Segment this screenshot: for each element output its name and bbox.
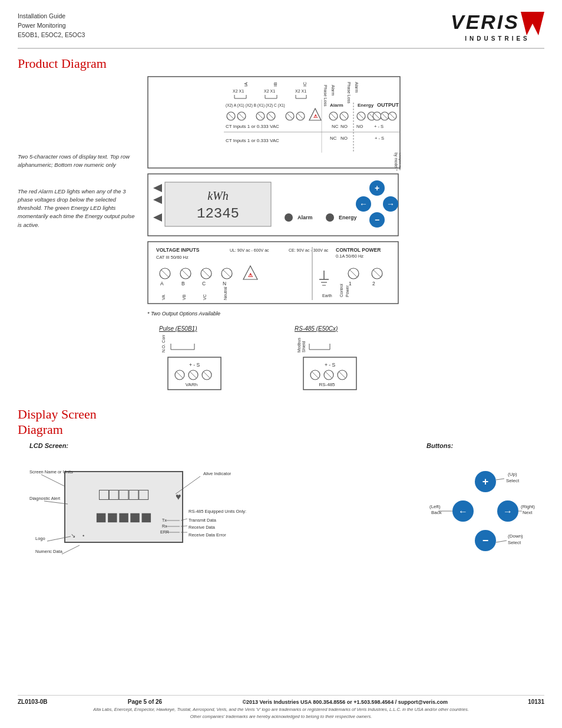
svg-text:Energy: Energy xyxy=(339,215,357,220)
svg-text:□□□□□: □□□□□ xyxy=(99,486,148,505)
svg-text:Numeric Data: Numeric Data xyxy=(35,549,63,554)
footer-part: ZL0103-0B xyxy=(18,699,48,705)
header-line2: Power Monitoring xyxy=(18,21,85,31)
svg-text:Alive Indicator: Alive Indicator xyxy=(203,471,232,476)
svg-text:N.O. Contact: N.O. Contact xyxy=(161,335,166,353)
svg-text:Select: Select xyxy=(506,478,520,483)
svg-line-185 xyxy=(496,479,504,480)
svg-text:Back: Back xyxy=(431,510,442,515)
svg-text:Alarm: Alarm xyxy=(355,82,359,93)
svg-text:VB: VB xyxy=(182,294,186,300)
svg-text:+ - S: + - S xyxy=(374,124,384,129)
svg-text:IB: IB xyxy=(273,82,278,87)
svg-text:VOLTAGE INPUTS: VOLTAGE INPUTS xyxy=(156,247,200,253)
svg-line-164 xyxy=(41,475,65,486)
svg-text:Phase Loss: Phase Loss xyxy=(347,82,351,104)
svg-text:+: + xyxy=(482,476,489,487)
svg-text:⚠: ⚠ xyxy=(248,272,253,278)
svg-text:NO: NO xyxy=(340,124,348,129)
svg-text:IA: IA xyxy=(243,82,249,87)
svg-line-200 xyxy=(496,541,507,542)
diagram-left-labels: Two 5-character rows of display text. To… xyxy=(18,76,135,395)
display-panel-container: kWh 12345 Alarm Energy + ← xyxy=(147,173,401,238)
lcd-diagram-svg: □□□□□ ♥ ■■■■■ Tx Rx ERR xyxy=(29,454,265,572)
header-line3: E5OB1, E5OC2, E5OC3 xyxy=(18,31,85,40)
rs485-svg: Modbus Shield + - S xyxy=(295,335,365,394)
svg-text:+ - S: + - S xyxy=(375,136,384,141)
voltage-section-svg: VOLTAGE INPUTS CAT III 50/60 Hz UL: 90V … xyxy=(147,241,401,306)
svg-text:Rx: Rx xyxy=(162,524,167,528)
veris-logo: VERIS INDUSTRIES xyxy=(451,12,544,42)
svg-text:NO: NO xyxy=(340,136,348,141)
svg-text:Earth: Earth xyxy=(322,294,332,298)
svg-line-170 xyxy=(62,545,80,554)
industries-text: INDUSTRIES xyxy=(465,35,530,42)
display-screen-section: Display Screen Diagram LCD Screen: □□□□□ xyxy=(18,407,544,573)
svg-text:2: 2 xyxy=(372,281,375,286)
svg-text:−: − xyxy=(375,215,379,225)
lcd-area: LCD Screen: □□□□□ ♥ ■■■■■ xyxy=(29,442,415,573)
display-panel-svg: kWh 12345 Alarm Energy + ← xyxy=(147,173,401,238)
buttons-diagram: + (Up) Select ← (Left) Back xyxy=(427,461,544,568)
svg-text:12345: 12345 xyxy=(197,206,239,222)
svg-text:Phase Loss: Phase Loss xyxy=(323,85,328,107)
svg-text:CT Inputs  1 or 0.333 VAC: CT Inputs 1 or 0.333 VAC xyxy=(226,138,279,143)
pulse-svg: N.O. Contact + - S xyxy=(159,335,230,394)
svg-text:VA: VA xyxy=(161,295,166,300)
svg-text:(X2) A (X1)  (X2) B (X1)  (X2): (X2) A (X1) (X2) B (X1) (X2) C (X1) xyxy=(226,103,285,108)
svg-text:Shield: Shield xyxy=(302,341,306,353)
svg-text:C: C xyxy=(202,281,206,286)
veris-v-icon xyxy=(521,12,544,35)
svg-text:UL: 90V ac - 600V ac: UL: 90V ac - 600V ac xyxy=(230,248,269,252)
svg-text:+: + xyxy=(375,183,379,193)
svg-text:RS-485 Equipped Units Only:: RS-485 Equipped Units Only: xyxy=(189,509,246,514)
svg-text:Modbus: Modbus xyxy=(297,338,301,353)
footer-copyright: ©2013 Veris Industries USA 800.354.8556 … xyxy=(242,699,448,705)
svg-text:X2  X1: X2 X1 xyxy=(233,89,244,93)
display-text-label: Two 5-character rows of display text. To… xyxy=(18,153,135,170)
svg-text:IC: IC xyxy=(302,82,308,87)
page: Installation Guide Power Monitoring E5OB… xyxy=(0,0,562,728)
output-section: Pulse (E50B1) N.O. Contact + - S xyxy=(159,325,401,395)
diagram-main: Phase Loss Alarm IA IB IC X2 X1 X2 X1 X2… xyxy=(147,76,401,395)
svg-text:N: N xyxy=(223,281,226,286)
svg-text:+ - S: + - S xyxy=(325,362,336,368)
svg-text:OUTPUT: OUTPUT xyxy=(377,102,399,108)
svg-text:Power: Power xyxy=(345,285,349,297)
buttons-svg: + (Up) Select ← (Left) Back xyxy=(427,461,544,567)
footer: ZL0103-0B Page 5 of 26 ©2013 Veris Indus… xyxy=(18,695,544,719)
svg-text:B: B xyxy=(181,281,185,286)
svg-text:Select: Select xyxy=(508,540,521,545)
svg-text:CONTROL POWER: CONTROL POWER xyxy=(336,247,381,253)
svg-text:Alarm: Alarm xyxy=(330,103,343,108)
pulse-section: Pulse (E50B1) N.O. Contact + - S xyxy=(159,325,230,395)
svg-text:−: − xyxy=(482,535,489,546)
svg-text:VARh: VARh xyxy=(186,382,197,387)
svg-text:CAT III  50/60 Hz: CAT III 50/60 Hz xyxy=(156,255,189,260)
svg-text:ERR: ERR xyxy=(160,530,169,534)
footer-trademark2: Other companies' trademarks are hereby a… xyxy=(18,714,544,719)
svg-text:Energy: Energy xyxy=(358,103,374,108)
footer-part-number: 10131 xyxy=(528,699,544,705)
svg-text:Control: Control xyxy=(339,284,343,297)
svg-text:Alarm: Alarm xyxy=(331,85,335,95)
display-screen-title: Display Screen Diagram xyxy=(18,407,544,437)
svg-text:+ - S: + - S xyxy=(189,362,200,368)
lcd-label: LCD Screen: xyxy=(29,442,415,449)
output-note: * Two Output Options Available xyxy=(147,311,401,317)
svg-text:(Down): (Down) xyxy=(508,533,523,539)
header: Installation Guide Power Monitoring E5OB… xyxy=(18,12,544,42)
display-screen-content: LCD Screen: □□□□□ ♥ ■■■■■ xyxy=(29,442,544,573)
footer-trademark1: Alta Labs, Enercept, Enspector, Hawkeye,… xyxy=(18,707,544,712)
lcd-diagram-container: □□□□□ ♥ ■■■■■ Tx Rx ERR xyxy=(29,454,415,573)
svg-text:Transmit Data: Transmit Data xyxy=(189,518,217,523)
product-diagram-section: Two 5-character rows of display text. To… xyxy=(18,76,544,395)
svg-text:VC: VC xyxy=(203,294,207,300)
svg-text:NC: NC xyxy=(330,136,337,141)
rs485-title: RS-485 (E50Cx) xyxy=(295,325,365,332)
svg-text:Logo: Logo xyxy=(35,536,45,541)
svg-point-76 xyxy=(326,213,334,222)
svg-text:Alarm: Alarm xyxy=(297,215,313,220)
svg-text:X2  X1: X2 X1 xyxy=(264,89,275,93)
svg-text:←: ← xyxy=(359,199,368,209)
